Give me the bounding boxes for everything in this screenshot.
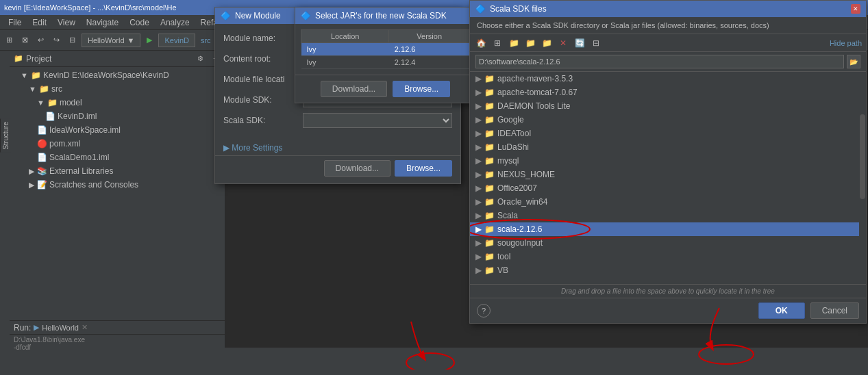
breadcrumb-src[interactable]: src: [198, 36, 214, 44]
tree-item-external-libs[interactable]: ▶ 📚 External Libraries: [10, 164, 225, 178]
tree-item-scalademo-iml[interactable]: 📄 ScalaDemo1.iml: [10, 151, 225, 164]
menu-navigate[interactable]: Navigate: [81, 18, 124, 27]
module-file-label: Module file locati: [223, 75, 299, 84]
menu-view[interactable]: View: [52, 18, 81, 27]
tree-item-kevind-iml[interactable]: 📄 KevinD.iml: [10, 109, 225, 123]
sdk-toolbar-delete-btn[interactable]: ✕: [556, 36, 570, 50]
sdk-tree-ideatool[interactable]: ▶ 📁 IDEATool: [470, 127, 866, 140]
jar-row-0-location: Ivy: [301, 43, 389, 56]
dialog-scala-sdk: 🔷 Scala SDK files ✕ Choose either a Scal…: [469, 0, 867, 324]
run-btn[interactable]: ▶: [143, 34, 156, 47]
sdk-tree-tool[interactable]: ▶ 📁 tool: [470, 250, 866, 263]
scala-sdk-path-bar: 📂: [470, 52, 866, 72]
dialog-select-jar-icon: 🔷: [301, 11, 311, 21]
sdk-hide-path-btn[interactable]: Hide path: [830, 39, 862, 47]
run-bar-content: D:\Java1.8\bin\java.exe -dfcdf: [10, 335, 225, 352]
tree-item-kevind[interactable]: ▼ 📁 KevinD E:\IdeaWorkSpace\KevinD: [10, 68, 225, 82]
sdk-tree-ludashi[interactable]: ▶ 📁 LuDaShi: [470, 140, 866, 154]
sdk-path-input[interactable]: [475, 55, 844, 68]
scala-sdk-close-btn[interactable]: ✕: [851, 4, 860, 14]
toolbar-btn-4[interactable]: ↪: [50, 34, 63, 47]
sdk-tree-daemon-tools[interactable]: ▶ 📁 DAEMON Tools Lite: [470, 99, 866, 113]
jar-row-1[interactable]: Ivy 2.12.4: [301, 56, 470, 69]
content-root-label: Content root:: [223, 54, 299, 64]
run-bar-run-label: Run:: [14, 323, 31, 333]
sdk-toolbar-view-btn[interactable]: ⊞: [491, 36, 504, 50]
new-module-download-btn[interactable]: Download...: [324, 160, 390, 177]
menu-edit[interactable]: Edit: [27, 18, 52, 27]
toolbar-btn-3[interactable]: ↩: [34, 34, 47, 47]
structure-tab[interactable]: Structure: [0, 119, 11, 153]
sdk-tree-nexus-home[interactable]: ▶ 📁 NEXUS_HOME: [470, 168, 866, 181]
kevin-d-selector[interactable]: KevinD: [158, 34, 195, 47]
sdk-drag-hint: Drag and drop a file into the space abov…: [470, 284, 866, 298]
new-module-browse-btn[interactable]: Browse...: [395, 160, 452, 177]
dialog-select-jar-body: Location Version Ivy 2.12.6 Ivy 2.12.4: [295, 24, 475, 75]
module-sdk-label: Module SDK:: [223, 95, 299, 105]
jar-table: Location Version Ivy 2.12.6 Ivy 2.12.4: [301, 29, 470, 69]
run-bar-run-icon: ▶: [34, 323, 39, 332]
sdk-cancel-btn[interactable]: Cancel: [810, 302, 859, 319]
more-settings-btn[interactable]: ▶ More Settings: [223, 140, 282, 155]
run-bar-tab-name[interactable]: HelloWorld: [42, 324, 79, 332]
menu-analyze[interactable]: Analyze: [155, 18, 195, 27]
sdk-tree-mysql[interactable]: ▶ 📁 mysql: [470, 154, 866, 168]
run-config-selector[interactable]: HelloWorld ▼: [82, 34, 140, 47]
run-bar-close-btn[interactable]: ✕: [82, 323, 88, 332]
sdk-tree-apache-tomcat[interactable]: ▶ 📁 apache-tomcat-7.0.67: [470, 86, 866, 99]
scala-sdk-label: Scala SDK:: [223, 116, 299, 125]
toolbar-btn-2[interactable]: ⊠: [18, 34, 32, 47]
scala-sdk-select[interactable]: [303, 113, 452, 128]
sdk-tree-google[interactable]: ▶ 📁 Google: [470, 113, 866, 127]
tree-item-model[interactable]: ▼ 📁 model: [10, 96, 225, 109]
dialog-select-jar-footer: Download... Browse...: [295, 75, 475, 103]
tree-item-pom-xml[interactable]: 🔴 pom.xml: [10, 137, 225, 151]
sdk-tree-scala-2126[interactable]: ▶ 📁 scala-2.12.6: [470, 222, 866, 236]
scala-sdk-footer: ? OK Cancel: [470, 298, 866, 323]
scala-sdk-toolbar: 🏠 ⊞ 📁 📁 📁 ✕ 🔄 ⊟ Hide path: [470, 34, 866, 52]
sdk-tree-vb[interactable]: ▶ 📁 VB: [470, 263, 866, 277]
sdk-path-browse-btn[interactable]: 📂: [847, 55, 860, 68]
tree-item-ideaworkspace-iml[interactable]: 📄 IdeaWorkSpace.iml: [10, 123, 225, 137]
sdk-tree-sougouinput[interactable]: ▶ 📁 sougouInput: [470, 236, 866, 250]
scala-sdk-row: Scala SDK:: [223, 113, 452, 128]
dialog-select-jar: 🔷 Select JAR's for the new Scala SDK Loc…: [295, 7, 476, 103]
sdk-tree-scala[interactable]: ▶ 📁 Scala: [470, 209, 866, 222]
svg-point-3: [699, 345, 754, 364]
project-settings-btn[interactable]: ⚙: [194, 53, 207, 64]
toolbar-btn-1[interactable]: ⊞: [3, 34, 16, 47]
jar-row-1-version: 2.12.4: [389, 56, 470, 69]
dialog-select-jar-title-bar: 🔷 Select JAR's for the new Scala SDK: [295, 8, 475, 24]
sdk-toolbar-folder-btn-1[interactable]: 📁: [507, 36, 521, 50]
scala-sdk-description: Choose either a Scala SDK directory or S…: [470, 17, 866, 34]
sdk-ok-btn[interactable]: OK: [758, 302, 805, 319]
jar-row-0[interactable]: Ivy 2.12.6: [301, 43, 470, 56]
sdk-tree-scrollbar[interactable]: [859, 72, 866, 284]
sdk-tree-oracle-win64[interactable]: ▶ 📁 Oracle_win64: [470, 195, 866, 209]
sdk-toolbar-home-btn[interactable]: 🏠: [474, 36, 488, 50]
sdk-toolbar-folder-btn-3[interactable]: 📁: [540, 36, 554, 50]
jar-download-btn[interactable]: Download...: [321, 81, 387, 97]
sdk-help-btn[interactable]: ?: [477, 304, 491, 318]
sdk-toolbar-collapse-btn[interactable]: ⊟: [589, 36, 603, 50]
project-title: Project: [26, 54, 191, 64]
menu-file[interactable]: File: [3, 18, 27, 27]
jar-table-header-location: Location: [301, 30, 389, 43]
sdk-tree-office2007[interactable]: ▶ 📁 Office2007: [470, 181, 866, 195]
menu-code[interactable]: Code: [124, 18, 155, 27]
jar-browse-btn[interactable]: Browse...: [393, 81, 450, 97]
sdk-toolbar-refresh-btn[interactable]: 🔄: [573, 36, 586, 50]
project-panel-header: 📁 Project ⚙ +: [10, 51, 225, 67]
sdk-toolbar-folder-btn-2[interactable]: 📁: [523, 36, 537, 50]
scala-sdk-title-bar: 🔷 Scala SDK files ✕: [470, 1, 866, 17]
sdk-tree-apache-maven[interactable]: ▶ 📁 apache-maven-3.5.3: [470, 72, 866, 86]
tree-item-src[interactable]: ▼ 📁 src: [10, 82, 225, 96]
dialog-new-module-footer: Download... Browse...: [215, 155, 460, 183]
project-tree: ▼ 📁 KevinD E:\IdeaWorkSpace\KevinD ▼ 📁 s…: [10, 67, 225, 320]
tree-item-scratches[interactable]: ▶ 📝 Scratches and Consoles: [10, 178, 225, 192]
scala-sdk-tree: ▶ 📁 apache-maven-3.5.3 ▶ 📁 apache-tomcat…: [470, 72, 866, 284]
dialog-new-module-icon: 🔷: [221, 11, 231, 21]
project-icon: 📁: [14, 54, 23, 63]
toolbar-btn-5[interactable]: ⊟: [66, 34, 79, 47]
run-bar-header: Run: ▶ HelloWorld ✕: [10, 321, 225, 335]
